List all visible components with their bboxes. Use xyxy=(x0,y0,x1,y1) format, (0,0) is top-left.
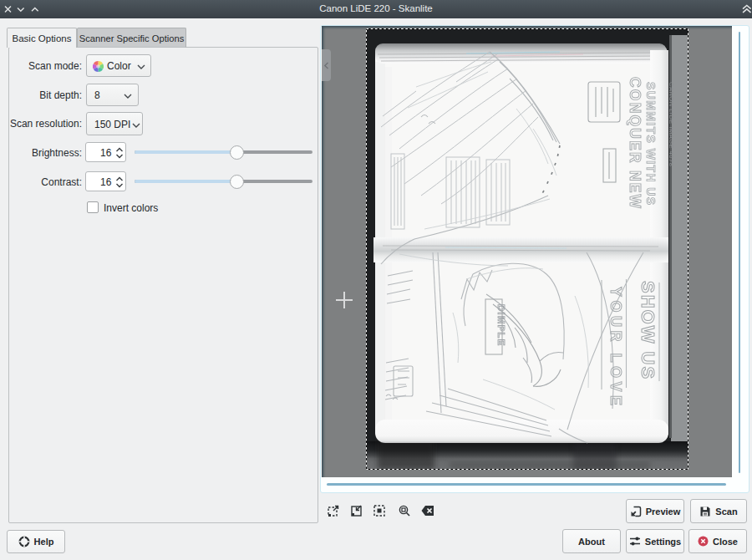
svg-text:DIMPLE: DIMPLE xyxy=(496,304,506,347)
svg-text:CONQUER NEW: CONQUER NEW xyxy=(627,77,643,210)
svg-text:SHOW US: SHOW US xyxy=(638,281,658,380)
svg-text:CANON LIDE IMAGE 4678: CANON LIDE IMAGE 4678 xyxy=(668,82,675,166)
svg-text:YOUR LOVE: YOUR LOVE xyxy=(607,287,624,410)
svg-text:SUMMITS WITH US: SUMMITS WITH US xyxy=(644,82,658,206)
